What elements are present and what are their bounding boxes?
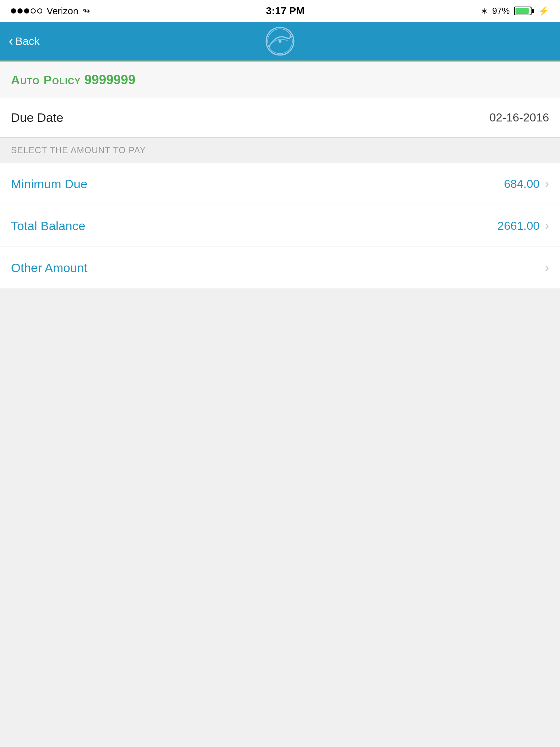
logo-svg (265, 27, 295, 56)
signal-dots (11, 8, 42, 13)
minimum-due-left: Minimum Due (11, 177, 88, 191)
total-balance-left: Total Balance (11, 219, 85, 233)
other-amount-item[interactable]: Other Amount › (0, 247, 560, 289)
policy-number: 9999999 (84, 72, 135, 88)
total-balance-right: 2661.00 › (497, 218, 549, 233)
back-button[interactable]: ‹ Back (9, 35, 40, 48)
minimum-due-right: 684.00 › (504, 176, 549, 191)
signal-dot-4 (31, 8, 36, 13)
bluetooth-icon: ∗ (481, 6, 488, 16)
policy-title-section: Auto Policy 9999999 (0, 62, 560, 98)
background-content (0, 289, 560, 747)
other-amount-chevron-icon: › (545, 260, 549, 275)
minimum-due-chevron-icon: › (545, 176, 549, 191)
total-balance-label: Total Balance (11, 219, 85, 233)
total-balance-chevron-icon: › (545, 218, 549, 233)
due-date-label: Due Date (11, 111, 63, 125)
battery-percentage: 97% (492, 6, 510, 16)
back-chevron-icon: ‹ (9, 35, 13, 48)
charging-icon: ⚡ (538, 6, 549, 16)
battery-icon (514, 7, 534, 15)
svg-point-2 (279, 40, 281, 43)
section-header: SELECT THE AMOUNT TO PAY (0, 138, 560, 163)
signal-dot-2 (18, 8, 23, 13)
signal-dot-1 (11, 8, 16, 13)
signal-dot-3 (24, 8, 29, 13)
policy-title: Auto Policy 9999999 (11, 72, 549, 88)
section-header-text: SELECT THE AMOUNT TO PAY (11, 145, 146, 155)
minimum-due-item[interactable]: Minimum Due 684.00 › (0, 163, 560, 205)
total-balance-item[interactable]: Total Balance 2661.00 › (0, 205, 560, 247)
wifi-icon: ↬ (83, 6, 90, 16)
time-label: 3:17 PM (266, 5, 304, 17)
battery-tip (532, 9, 534, 13)
minimum-due-value: 684.00 (504, 177, 540, 191)
status-bar: Verizon ↬ 3:17 PM ∗ 97% ⚡ (0, 0, 560, 22)
battery-body (514, 7, 532, 15)
app-logo (265, 27, 295, 56)
due-date-value: 02-16-2016 (489, 111, 549, 124)
status-right: ∗ 97% ⚡ (481, 6, 549, 16)
due-date-row: Due Date 02-16-2016 (0, 98, 560, 138)
other-amount-label: Other Amount (11, 261, 88, 275)
battery-fill (516, 8, 529, 14)
status-left: Verizon ↬ (11, 5, 90, 17)
policy-type-label: Auto Policy (11, 73, 81, 87)
back-label: Back (15, 35, 40, 47)
carrier-label: Verizon (47, 5, 78, 17)
signal-dot-5 (37, 8, 42, 13)
other-amount-left: Other Amount (11, 261, 88, 275)
other-amount-right: › (545, 260, 549, 275)
minimum-due-label: Minimum Due (11, 177, 88, 191)
total-balance-value: 2661.00 (497, 219, 540, 233)
nav-bar: ‹ Back (0, 22, 560, 62)
